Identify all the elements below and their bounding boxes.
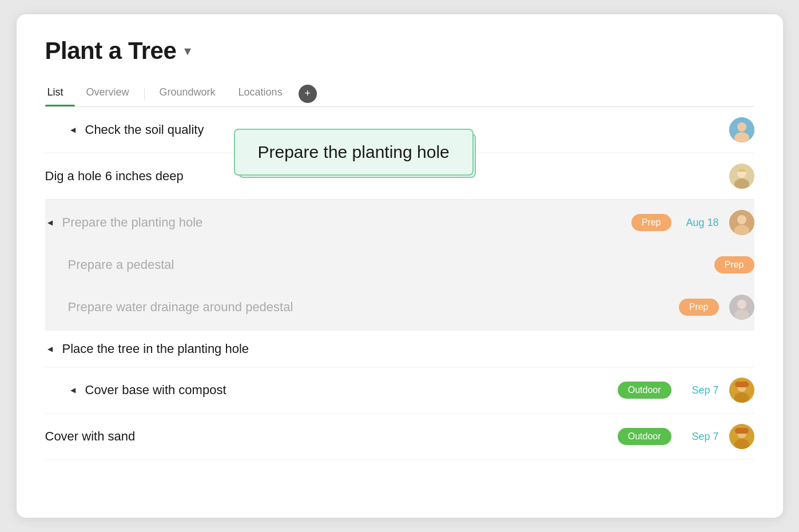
svg-rect-19 (735, 428, 749, 434)
svg-rect-15 (735, 382, 749, 387)
task-meta: Outdoor Sep 7 (618, 378, 754, 403)
avatar (729, 164, 754, 189)
tab-locations[interactable]: Locations (227, 81, 294, 106)
outdoor-badge: Outdoor (618, 428, 671, 445)
task-label: Cover base with compost (85, 383, 618, 398)
tab-list[interactable]: List (45, 81, 75, 106)
tooltip-card: Prepare the planting hole (234, 129, 474, 176)
svg-point-1 (737, 122, 746, 132)
task-row[interactable]: ◀ Prepare the planting hole Prep Aug 18 (45, 200, 754, 246)
tooltip-container: Prepare the planting hole (234, 129, 474, 176)
tab-groundwork[interactable]: Groundwork (148, 81, 227, 106)
task-arrow-icon: ◀ (45, 217, 55, 228)
avatar (729, 424, 754, 449)
task-meta (729, 164, 754, 189)
tab-overview[interactable]: Overview (75, 81, 141, 106)
task-arrow-icon: ◀ (45, 344, 55, 354)
chevron-down-icon[interactable]: ▾ (184, 43, 191, 59)
task-label: Prepare water drainage around pedestal (68, 300, 679, 315)
task-arrow-icon: ◀ (68, 125, 78, 135)
page-title: Plant a Tree (45, 37, 177, 65)
task-label: Cover with sand (45, 429, 618, 444)
due-date: Sep 7 (682, 431, 719, 443)
tooltip-text: Prepare the planting hole (258, 142, 450, 161)
avatar (729, 295, 754, 320)
task-label: Prepare the planting hole (62, 215, 631, 230)
task-row[interactable]: ◀ Place the tree in the planting hole (45, 331, 754, 367)
prep-badge: Prep (679, 299, 719, 316)
task-row[interactable]: Cover with sand Outdoor Sep 7 (45, 414, 754, 460)
task-meta: Prep (679, 295, 754, 320)
task-row[interactable]: ◀ Cover base with compost Outdoor Sep 7 (45, 367, 754, 414)
task-label: Place the tree in the planting hole (62, 342, 754, 356)
avatar (729, 378, 754, 403)
svg-point-7 (737, 215, 746, 224)
tab-divider (144, 88, 145, 100)
task-meta: Prep Aug 18 (631, 210, 754, 235)
due-date: Sep 7 (682, 384, 719, 396)
avatar (729, 117, 754, 142)
task-meta (729, 117, 754, 142)
svg-point-10 (737, 300, 746, 309)
prep-badge: Prep (631, 214, 671, 231)
task-row[interactable]: Prepare water drainage around pedestal P… (45, 284, 754, 331)
prep-badge: Prep (714, 256, 754, 273)
due-date: Aug 18 (682, 217, 719, 229)
add-tab-button[interactable]: + (299, 85, 317, 103)
app-container: Plant a Tree ▾ List Overview Groundwork … (17, 14, 783, 518)
task-label: Prepare a pedestal (68, 257, 714, 272)
tabs: List Overview Groundwork Locations + (45, 81, 754, 107)
task-meta: Outdoor Sep 7 (618, 424, 754, 449)
header: Plant a Tree ▾ (45, 37, 754, 65)
outdoor-badge: Outdoor (618, 382, 671, 399)
avatar (729, 210, 754, 235)
task-arrow-icon: ◀ (68, 385, 78, 395)
task-meta: Prep (714, 256, 754, 273)
task-row[interactable]: Prepare a pedestal Prep (45, 246, 754, 284)
